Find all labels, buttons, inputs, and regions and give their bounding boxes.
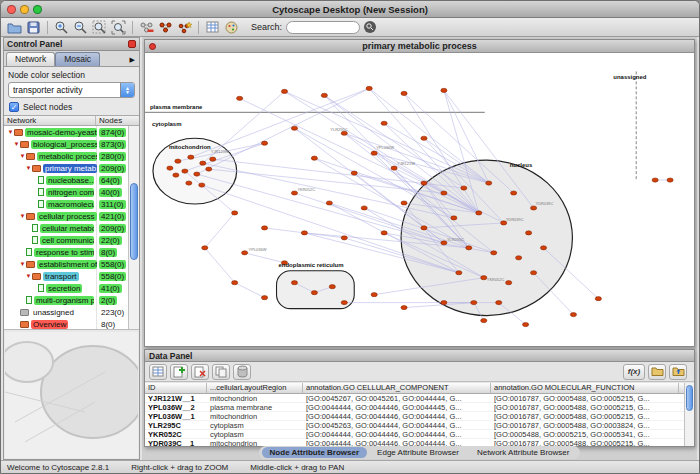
tree-row[interactable]: multi-organism pro...2(0) — [4, 294, 128, 306]
network-edge[interactable] — [284, 91, 488, 183]
network-node[interactable] — [401, 91, 407, 95]
zoom-selected-button[interactable] — [90, 19, 109, 36]
network-node[interactable] — [210, 157, 216, 161]
zoom-out-button[interactable] — [71, 19, 90, 36]
network-node[interactable] — [441, 191, 447, 195]
network-node[interactable] — [167, 166, 173, 170]
network-node[interactable] — [421, 181, 427, 185]
network-node[interactable] — [491, 251, 497, 255]
network-node[interactable] — [481, 318, 487, 322]
zoom-fit-button[interactable] — [109, 19, 128, 36]
network-node[interactable] — [461, 186, 467, 190]
network-node[interactable] — [496, 301, 502, 305]
search-input[interactable] — [286, 21, 360, 34]
network-node[interactable] — [351, 171, 357, 175]
node-color-dropdown[interactable]: transporter activity ▲▼ — [8, 82, 135, 98]
network-node[interactable] — [311, 291, 317, 295]
tree-row[interactable]: ▼transport558(0) — [4, 270, 128, 282]
network-edge[interactable] — [235, 283, 265, 298]
network-node[interactable] — [421, 226, 427, 230]
network-node[interactable] — [516, 256, 522, 260]
disclosure-triangle-icon[interactable]: ▼ — [7, 129, 14, 135]
network-node[interactable] — [530, 271, 536, 275]
network-node[interactable] — [667, 178, 673, 182]
network-node[interactable] — [237, 96, 243, 100]
network-node[interactable] — [366, 86, 372, 90]
network-edge[interactable] — [205, 213, 235, 248]
network-node[interactable] — [182, 169, 188, 173]
tree-row[interactable]: ▼cellular process421(0) — [4, 210, 128, 222]
tree-row[interactable]: ▼metabolic process280(0) — [4, 150, 128, 162]
disclosure-triangle-icon[interactable]: ▼ — [19, 153, 26, 159]
network-node[interactable] — [471, 301, 477, 305]
tree-row[interactable]: nitrogen compo...40(0) — [4, 186, 128, 198]
network-node[interactable] — [321, 93, 327, 97]
network-canvas[interactable]: YJR121WYPL036WYLR295CYKR052CYDR039CYPL03… — [145, 53, 694, 346]
tree-row[interactable]: ▼biological_process873(0) — [4, 138, 128, 150]
network-node[interactable] — [329, 285, 335, 289]
network-node[interactable] — [570, 312, 576, 316]
table-scrollbar-thumb[interactable] — [686, 385, 693, 411]
load-network-button[interactable] — [5, 19, 24, 36]
panel-close-icon[interactable] — [128, 40, 136, 48]
network-node[interactable] — [506, 281, 512, 285]
new-network-from-selection-button[interactable] — [175, 19, 194, 36]
network-node[interactable] — [451, 216, 457, 220]
export-attributes-button[interactable] — [669, 364, 687, 380]
network-node[interactable] — [381, 231, 387, 235]
disclosure-triangle-icon[interactable]: ▼ — [25, 273, 32, 279]
network-node[interactable] — [199, 183, 205, 187]
tree-header-nodes[interactable]: Nodes — [96, 116, 139, 125]
tree-row[interactable]: Overview8(0) — [4, 318, 128, 330]
tree-row[interactable]: ▼mosaic-demo-yeast874(0) — [4, 126, 128, 138]
network-node[interactable] — [466, 246, 472, 250]
first-neighbors-button[interactable] — [156, 19, 175, 36]
network-node[interactable] — [261, 141, 267, 145]
network-node[interactable] — [232, 281, 238, 285]
network-node[interactable] — [175, 159, 181, 163]
tree-row[interactable]: secretion41(0) — [4, 282, 128, 294]
network-node[interactable] — [652, 178, 658, 182]
network-node[interactable] — [381, 121, 387, 125]
network-node[interactable] — [202, 246, 208, 250]
disclosure-triangle-icon[interactable]: ▼ — [13, 141, 20, 147]
network-node[interactable] — [486, 181, 492, 185]
network-node[interactable] — [326, 201, 332, 205]
tree-row[interactable]: ▼primary metab...209(0) — [4, 162, 128, 174]
import-table-button[interactable] — [203, 19, 222, 36]
network-node[interactable] — [441, 301, 447, 305]
create-attribute-button[interactable] — [170, 364, 188, 380]
network-node[interactable] — [441, 88, 447, 92]
save-session-button[interactable] — [24, 19, 43, 36]
hide-selected-button[interactable] — [137, 19, 156, 36]
table-scrollbar[interactable] — [684, 383, 694, 446]
tab-mosaic[interactable]: Mosaic — [55, 52, 100, 66]
network-node[interactable] — [595, 297, 601, 301]
network-node[interactable] — [476, 211, 482, 215]
select-attributes-button[interactable] — [149, 364, 167, 380]
network-node[interactable] — [291, 126, 297, 130]
tab-scroll-right-icon[interactable]: ▶ — [128, 56, 137, 66]
data-panel-titlebar[interactable]: Data Panel — [145, 350, 694, 362]
network-node[interactable] — [540, 246, 546, 250]
network-node[interactable] — [361, 206, 367, 210]
tab-network[interactable]: Network — [6, 52, 55, 66]
network-node[interactable] — [401, 201, 407, 205]
column-header[interactable]: ID — [145, 383, 207, 393]
copy-attribute-button[interactable] — [212, 364, 230, 380]
network-node[interactable] — [523, 322, 529, 326]
column-header[interactable]: annotation.GO CELLULAR_COMPONENT — [303, 383, 491, 393]
network-node[interactable] — [371, 151, 377, 155]
search-options-button[interactable] — [360, 19, 379, 36]
column-header[interactable]: annotation.GO MOLECULAR_FUNCTION — [491, 383, 679, 393]
tree-row[interactable]: ▼establishment of lo...558(0) — [4, 258, 128, 270]
network-edge[interactable] — [294, 128, 453, 218]
network-node[interactable] — [173, 173, 179, 177]
network-node[interactable] — [281, 89, 287, 93]
column-header[interactable]: ...cellularLayoutRegion — [207, 383, 303, 393]
network-node[interactable] — [421, 136, 427, 140]
tree-row[interactable]: macromolecule...311(0) — [4, 198, 128, 210]
network-node[interactable] — [261, 296, 267, 300]
tab-edge-attribute-browser[interactable]: Edge Attribute Browser — [369, 447, 467, 458]
network-edge[interactable] — [191, 88, 369, 157]
